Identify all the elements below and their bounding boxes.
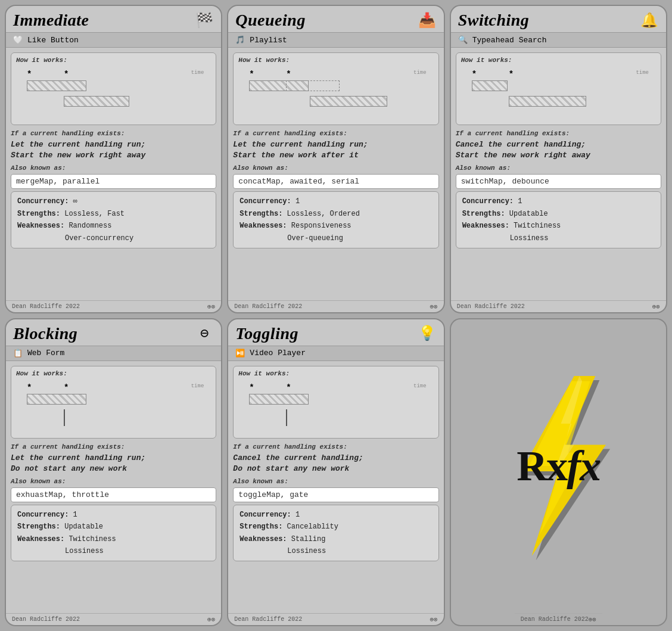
toggling-how-label: How it works: bbox=[238, 370, 433, 377]
toggling-icon: 💡 bbox=[418, 325, 437, 342]
immediate-diagram-box: How it works: * * time bbox=[11, 52, 216, 125]
diag-star-1: * bbox=[27, 70, 32, 79]
diag-bar-2 bbox=[64, 96, 129, 107]
queueing-subtitle-bar: 🎵 Playlist bbox=[228, 32, 443, 48]
rxfx-rx: Rx bbox=[517, 442, 567, 490]
switching-subtitle-text: Typeahead Search bbox=[472, 36, 547, 45]
toggling-behavior-text: Cancel the current handling;Do not start… bbox=[233, 453, 438, 474]
immediate-card: Immediate 🏁 🤍 Like Button How it works: … bbox=[5, 5, 222, 313]
immediate-header: Immediate 🏁 bbox=[6, 6, 221, 32]
toggling-subtitle-icon: ⏯️ bbox=[235, 349, 245, 358]
queueing-subtitle-text: Playlist bbox=[250, 36, 287, 45]
queueing-header: Queueing 📥 bbox=[228, 6, 443, 32]
blocking-also-label: Also known as: bbox=[11, 478, 216, 485]
queueing-behavior-label: If a current handling exists: bbox=[233, 130, 438, 137]
switching-card: Switching 🔔 🔍 Typeahead Search How it wo… bbox=[450, 5, 667, 313]
queueing-diagram: * * time bbox=[238, 67, 433, 121]
queueing-cc: ⊕⊗ bbox=[430, 303, 437, 310]
diag-star-s2: * bbox=[509, 70, 514, 79]
diag-star-t1: * bbox=[249, 383, 254, 393]
switching-behavior-label: If a current handling exists: bbox=[456, 130, 661, 137]
toggling-subtitle-bar: ⏯️ Video Player bbox=[228, 346, 443, 361]
queueing-behavior-text: Let the current handling run;Start the n… bbox=[233, 139, 438, 161]
diag-bar-1 bbox=[27, 80, 86, 91]
blocking-footer-text: Dean Radcliffe 2022 bbox=[12, 616, 80, 623]
switching-behavior-text: Cancel the current handling;Start the ne… bbox=[456, 139, 661, 161]
toggling-behavior-label: If a current handling exists: bbox=[233, 443, 438, 450]
toggling-footer-text: Dean Radcliffe 2022 bbox=[234, 616, 302, 623]
blocking-subtitle-bar: 📋 Web Form bbox=[6, 346, 221, 361]
switching-header: Switching 🔔 bbox=[451, 6, 666, 32]
rxfx-logo-text: Rxfx bbox=[517, 442, 600, 491]
immediate-footer-text: Dean Radcliffe 2022 bbox=[12, 303, 80, 310]
blocking-diagram-box: How it works: * * time bbox=[11, 366, 216, 439]
queueing-subtitle-icon: 🎵 bbox=[235, 35, 245, 45]
blocking-subtitle-text: Web Form bbox=[27, 349, 64, 358]
queueing-card: Queueing 📥 🎵 Playlist How it works: * * … bbox=[227, 5, 444, 313]
diag-star-t2: * bbox=[286, 383, 291, 393]
queueing-footer: Dean Radcliffe 2022 ⊕⊗ bbox=[228, 300, 443, 312]
blocking-diagram: * * time bbox=[16, 381, 211, 434]
toggling-cc: ⊕⊗ bbox=[430, 616, 437, 623]
diag-bar-q2 bbox=[310, 96, 387, 107]
diag-bar-s2 bbox=[509, 96, 586, 107]
immediate-footer: Dean Radcliffe 2022 ⊕⊗ bbox=[6, 300, 221, 312]
immediate-behavior-label: If a current handling exists: bbox=[11, 130, 216, 137]
queueing-also-box: concatMap, awaited, serial bbox=[233, 174, 438, 189]
toggling-body: How it works: * * time If a current hand… bbox=[228, 363, 443, 614]
queueing-title: Queueing bbox=[235, 11, 306, 30]
toggling-also-box: toggleMap, gate bbox=[233, 487, 438, 502]
toggling-diagram-box: How it works: * * time bbox=[233, 366, 438, 439]
toggling-subtitle-text: Video Player bbox=[250, 349, 306, 358]
toggling-card: Toggling 💡 ⏯️ Video Player How it works:… bbox=[227, 318, 444, 627]
immediate-body: How it works: * * time If a current hand… bbox=[6, 50, 221, 300]
queueing-also-label: Also known as: bbox=[233, 164, 438, 172]
queueing-how-label: How it works: bbox=[238, 57, 433, 64]
diag-label-right-q: time bbox=[413, 70, 427, 76]
immediate-subtitle-text: Like Button bbox=[27, 36, 79, 45]
rxfx-footer: Dean Radcliffe 2022 ⊕⊗ bbox=[515, 613, 602, 625]
diag-star-s1: * bbox=[472, 70, 477, 79]
switching-also-box: switchMap, debounce bbox=[456, 174, 661, 189]
diag-line-t bbox=[286, 409, 287, 426]
diag-label-right: time bbox=[191, 70, 204, 76]
immediate-also-label: Also known as: bbox=[11, 164, 216, 172]
toggling-diagram: * * time bbox=[238, 381, 433, 434]
immediate-diagram: * * time bbox=[16, 67, 211, 121]
switching-subtitle-icon: 🔍 bbox=[458, 35, 468, 45]
toggling-also-label: Also known as: bbox=[233, 478, 438, 485]
switching-icon: 🔔 bbox=[640, 12, 659, 29]
switching-footer-text: Dean Radcliffe 2022 bbox=[457, 303, 525, 310]
toggling-title: Toggling bbox=[235, 324, 298, 343]
toggling-header: Toggling 💡 bbox=[228, 319, 443, 346]
queueing-footer-text: Dean Radcliffe 2022 bbox=[234, 303, 302, 310]
immediate-icon: 🏁 bbox=[195, 12, 214, 29]
immediate-stats: Concurrency: ∞ Strengths: Lossless, Fast… bbox=[11, 191, 216, 248]
blocking-subtitle-icon: 📋 bbox=[13, 349, 23, 358]
switching-stats: Concurrency: 1 Strengths: Updatable Weak… bbox=[456, 191, 661, 248]
diag-bar-q-waiting bbox=[286, 80, 340, 91]
blocking-footer: Dean Radcliffe 2022 ⊕⊗ bbox=[6, 613, 221, 625]
blocking-stats: Concurrency: 1 Strengths: Updatable Weak… bbox=[11, 505, 216, 562]
queueing-icon: 📥 bbox=[418, 12, 437, 29]
diag-label-right-s: time bbox=[636, 70, 649, 76]
queueing-body: How it works: * * time If a current hand… bbox=[228, 50, 443, 300]
blocking-cc: ⊕⊗ bbox=[207, 616, 215, 623]
diag-star-b1: * bbox=[27, 383, 32, 393]
immediate-also-box: mergeMap, parallel bbox=[11, 174, 216, 189]
blocking-behavior-label: If a current handling exists: bbox=[11, 443, 216, 450]
diag-bar-s1 bbox=[472, 80, 508, 91]
immediate-title: Immediate bbox=[13, 11, 89, 30]
switching-subtitle-bar: 🔍 Typeahead Search bbox=[451, 32, 666, 48]
blocking-how-label: How it works: bbox=[16, 370, 211, 377]
switching-title: Switching bbox=[458, 11, 530, 30]
blocking-title: Blocking bbox=[13, 324, 77, 343]
switching-footer: Dean Radcliffe 2022 ⊕⊗ bbox=[451, 300, 666, 312]
blocking-also-box: exhuastMap, throttle bbox=[11, 487, 216, 502]
blocking-card: Blocking ⊖ 📋 Web Form How it works: * * … bbox=[5, 318, 222, 627]
rxfx-inner: Rxfx bbox=[451, 319, 666, 614]
diag-line-b bbox=[64, 409, 65, 426]
immediate-behavior-text: Let the current handling run;Start the n… bbox=[11, 139, 216, 161]
immediate-how-label: How it works: bbox=[16, 57, 211, 64]
immediate-subtitle-bar: 🤍 Like Button bbox=[6, 32, 221, 48]
